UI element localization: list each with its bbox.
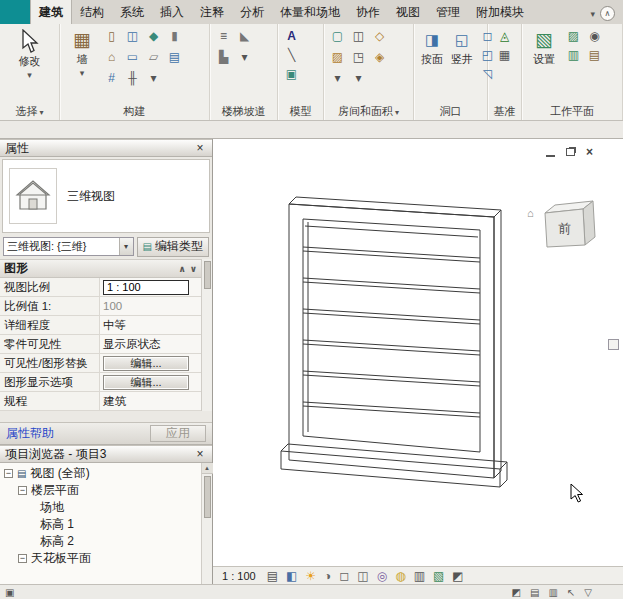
analytical-model-icon[interactable]: ▧ <box>433 568 444 584</box>
modify-caret-icon[interactable]: ▾ <box>27 70 32 80</box>
properties-help-link[interactable]: 属性帮助 <box>6 425 54 442</box>
modify-button[interactable]: 修改 ▾ <box>13 28 47 81</box>
room-caret-icon[interactable]: ▾ <box>329 70 346 87</box>
shaft-button[interactable]: ◱ 竖井 <box>449 28 475 68</box>
tab-structure[interactable]: 结构 <box>72 0 112 24</box>
model-text-tool-icon[interactable]: A <box>283 28 300 45</box>
tab-massing-site[interactable]: 体量和场地 <box>272 0 348 24</box>
navigation-bar-handle[interactable] <box>608 339 619 350</box>
build-more-caret-icon[interactable]: ▾ <box>145 70 162 87</box>
panel-label-datum[interactable]: 基准 <box>488 103 521 120</box>
show-crop-region-icon[interactable]: ◫ <box>357 568 368 584</box>
column-tool-icon[interactable]: ▮ <box>166 28 183 45</box>
view-scale-button[interactable]: 1 : 100 <box>219 570 259 582</box>
tab-collaborate[interactable]: 协作 <box>348 0 388 24</box>
panel-label-room-area[interactable]: 房间和面积▾ <box>324 103 413 120</box>
edit-type-button[interactable]: ▤ 编辑类型 <box>137 237 209 257</box>
properties-scrollbar[interactable] <box>201 259 212 411</box>
properties-close-icon[interactable]: × <box>193 141 207 155</box>
model-line-tool-icon[interactable]: ╲ <box>283 47 300 64</box>
model-group-tool-icon[interactable]: ▣ <box>283 66 300 83</box>
tab-systems[interactable]: 系统 <box>112 0 152 24</box>
wall-caret-icon[interactable]: ▾ <box>80 68 85 78</box>
roof-tool-icon[interactable]: ⌂ <box>103 49 120 66</box>
viewcube[interactable]: ⌂ 前 <box>525 195 615 261</box>
graphic-display-edit-button[interactable]: 编辑... <box>103 375 189 390</box>
panel-label-work-plane[interactable]: 工作平面 <box>522 103 622 120</box>
discipline-value[interactable]: 建筑 <box>100 392 201 410</box>
collapse-toggle-icon[interactable]: − <box>18 554 27 563</box>
reveal-hidden-elements-icon[interactable]: ◍ <box>395 568 405 584</box>
wall-button[interactable]: ▦ 墙 ▾ <box>65 28 99 79</box>
background-processes-icon[interactable]: ▣ <box>5 587 14 598</box>
ceiling-tool-icon[interactable]: ▭ <box>124 49 141 66</box>
project-browser-close-icon[interactable]: × <box>193 447 207 461</box>
railing-tool-icon[interactable]: ≡ <box>215 28 232 45</box>
tree-item-ceiling-plans[interactable]: − 天花板平面 <box>0 550 201 567</box>
visibility-edit-button[interactable]: 编辑... <box>103 356 189 371</box>
work-plane-viewer-tool-icon[interactable]: ◉ <box>586 28 603 45</box>
tab-annotate[interactable]: 注释 <box>192 0 232 24</box>
temporary-view-properties-icon[interactable]: ▥ <box>414 568 425 584</box>
detail-level-value[interactable]: 中等 <box>100 316 201 334</box>
area-boundary-tool-icon[interactable]: ◳ <box>350 49 367 66</box>
graphics-section-header[interactable]: 图形 ∧ ∨ <box>0 259 201 278</box>
editing-requests-icon[interactable]: ◩ <box>512 587 521 598</box>
model-3d-view[interactable] <box>273 189 513 509</box>
area-caret-icon[interactable]: ▾ <box>350 70 367 87</box>
tab-architecture[interactable]: 建筑 <box>30 0 72 24</box>
grid-tool-icon[interactable]: ▦ <box>496 47 513 64</box>
shadows-icon[interactable]: ◑ <box>324 568 331 584</box>
sun-path-icon[interactable]: ☀ <box>305 568 316 584</box>
tree-item-level-2[interactable]: 标高 2 <box>0 533 201 550</box>
scrollbar-up-icon[interactable]: ▲ <box>202 463 213 474</box>
detail-level-icon[interactable]: ▤ <box>267 568 278 584</box>
show-work-plane-tool-icon[interactable]: ▨ <box>565 28 582 45</box>
worksharing-display-icon[interactable]: ◩ <box>452 568 463 584</box>
collapse-toggle-icon[interactable]: − <box>18 486 27 495</box>
panel-label-opening[interactable]: 洞口 <box>414 103 487 120</box>
view-close-icon[interactable]: × <box>586 147 593 157</box>
filter-icon[interactable]: ▽ <box>584 587 592 598</box>
ribbon-cycle-icon[interactable]: ∧ <box>600 6 615 21</box>
railing-caret-icon[interactable]: ▾ <box>236 49 253 66</box>
type-selector[interactable]: 三维视图 <box>2 159 210 233</box>
floor-tool-icon[interactable]: ▱ <box>145 49 162 66</box>
stair-tool-icon[interactable]: ▙ <box>215 49 232 66</box>
mullion-tool-icon[interactable]: ╫ <box>124 70 141 87</box>
tree-item-views-all[interactable]: − ▤ 视图 (全部) <box>0 465 201 482</box>
ref-plane-tool-icon[interactable]: ▥ <box>565 47 582 64</box>
panel-label-circulation[interactable]: 楼梯坡道 <box>210 103 277 120</box>
tag-room-tool-icon[interactable]: ◇ <box>371 28 388 45</box>
tag-area-tool-icon[interactable]: ◈ <box>371 49 388 66</box>
panel-label-build[interactable]: 构建 <box>60 103 209 120</box>
drawing-area[interactable]: × <box>213 139 623 584</box>
component-tool-icon[interactable]: ◆ <box>145 28 162 45</box>
curtain-system-tool-icon[interactable]: ▤ <box>166 49 183 66</box>
view-restore-icon[interactable] <box>566 148 575 156</box>
temporary-hide-isolate-icon[interactable]: ◎ <box>377 568 387 584</box>
worksets-icon[interactable]: ▤ <box>530 587 539 598</box>
tab-insert[interactable]: 插入 <box>152 0 192 24</box>
properties-header[interactable]: 属性 × <box>0 139 212 157</box>
room-separator-tool-icon[interactable]: ◫ <box>350 28 367 45</box>
parts-visibility-value[interactable]: 显示原状态 <box>100 335 201 353</box>
section-collapse-icon[interactable]: ∧ <box>178 264 185 274</box>
tab-manage[interactable]: 管理 <box>428 0 468 24</box>
panel-label-model[interactable]: 模型 <box>278 103 323 120</box>
ramp-tool-icon[interactable]: ◣ <box>236 28 253 45</box>
tab-view[interactable]: 视图 <box>388 0 428 24</box>
section-expand-icon[interactable]: ∨ <box>190 264 197 274</box>
viewcube-front-label[interactable]: 前 <box>558 221 571 236</box>
area-tool-icon[interactable]: ▨ <box>329 49 346 66</box>
project-browser-header[interactable]: 项目浏览器 - 项目3 × <box>0 445 212 463</box>
window-tool-icon[interactable]: ◫ <box>124 28 141 45</box>
application-menu-fragment[interactable] <box>0 0 30 24</box>
tab-analyze[interactable]: 分析 <box>232 0 272 24</box>
opening-by-face-button[interactable]: ◨ 按面 <box>419 28 445 68</box>
view-type-combo[interactable]: 三维视图: {三维} ▾ <box>3 237 134 256</box>
visual-style-icon[interactable]: ◧ <box>286 568 297 584</box>
design-options-icon[interactable]: ▥ <box>548 587 557 598</box>
level-tool-icon[interactable]: ◬ <box>496 28 513 45</box>
viewcube-home-icon[interactable]: ⌂ <box>527 207 534 219</box>
